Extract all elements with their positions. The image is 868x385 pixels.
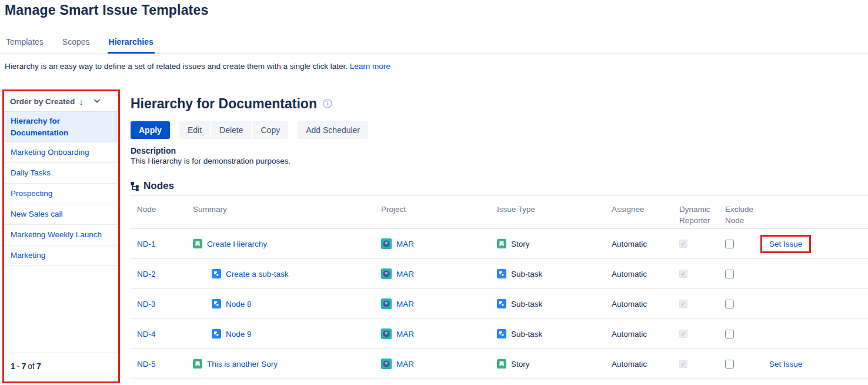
project-link[interactable]: MAR <box>396 300 414 308</box>
copy-button[interactable]: Copy <box>252 121 288 139</box>
sidebar-item-daily-tasks[interactable]: Daily Tasks <box>4 163 118 184</box>
assignee-value: Automatic <box>612 300 647 308</box>
sidebar-item-marketing[interactable]: Marketing <box>4 245 118 266</box>
summary-link[interactable]: Create Hierarchy <box>207 240 267 248</box>
assignee-value: Automatic <box>612 240 647 248</box>
exclude-node-checkbox[interactable] <box>725 240 734 248</box>
tab-hierarchies[interactable]: Hierarchies <box>108 34 155 54</box>
table-row: ND-3 Node 8 MAR Sub-task Automatic ✓ <box>131 289 868 319</box>
dynamic-reporter-checkbox: ✓ <box>679 270 687 278</box>
project-avatar <box>381 328 392 339</box>
column-header-dynamic-reporter: Dynamic Reporter <box>679 204 725 226</box>
edit-button[interactable]: Edit <box>179 121 210 139</box>
table-row: ND-2 Create a sub-task MAR Sub-task Auto… <box>131 259 868 289</box>
project-link[interactable]: MAR <box>396 240 414 248</box>
issue-type-label: Sub-task <box>511 330 542 338</box>
summary-link[interactable]: Node 8 <box>226 300 252 308</box>
subtask-icon <box>212 269 221 278</box>
column-header-summary: Summary <box>193 204 381 215</box>
summary-link[interactable]: Create a sub-task <box>226 270 289 278</box>
order-by-label: Order by Created <box>10 97 75 106</box>
sidebar-item-hierarchy-for-documentation[interactable]: Hierarchy for Documentation <box>4 112 118 142</box>
description-label: Description <box>131 146 868 155</box>
assignee-value: Automatic <box>612 270 647 278</box>
info-icon[interactable] <box>323 99 332 108</box>
story-icon <box>193 239 202 248</box>
summary-link[interactable]: This is another Sory <box>207 360 278 369</box>
dynamic-reporter-checkbox: ✓ <box>679 300 687 308</box>
divider <box>89 97 89 106</box>
dynamic-reporter-checkbox: ✓ <box>679 330 687 338</box>
dynamic-reporter-checkbox: ✓ <box>679 360 687 368</box>
story-icon <box>497 359 506 369</box>
story-icon <box>193 359 202 369</box>
add-scheduler-button[interactable]: Add Scheduler <box>298 121 368 139</box>
sidebar-item-prospecting[interactable]: Prospecting <box>4 184 118 204</box>
pagination-separator: - <box>15 361 22 371</box>
hierarchy-tree-icon <box>131 181 139 191</box>
edit-delete-copy-button-group: Edit Delete Copy <box>179 121 288 139</box>
project-link[interactable]: MAR <box>396 330 414 338</box>
node-key-link[interactable]: ND-4 <box>137 330 156 338</box>
issue-type-label: Sub-task <box>511 300 542 308</box>
hierarchy-list-sidebar-annotation-box: Order by Created ↓ Hierarchy for Documen… <box>2 89 120 383</box>
sidebar-item-new-sales-call[interactable]: New Sales call <box>4 204 118 225</box>
set-issue-link[interactable]: Set Issue <box>769 360 802 369</box>
exclude-node-checkbox[interactable] <box>725 330 734 338</box>
project-avatar <box>381 268 392 279</box>
project-link[interactable]: MAR <box>396 270 414 278</box>
table-row: ND-4 Node 9 MAR Sub-task Automatic ✓ <box>131 319 868 349</box>
project-link[interactable]: MAR <box>396 360 414 369</box>
chevron-down-icon[interactable] <box>94 99 101 104</box>
column-header-assignee: Assignee <box>612 204 679 215</box>
assignee-value: Automatic <box>612 360 647 369</box>
subtask-icon <box>497 299 506 308</box>
sidebar-item-marketing-weekly-launch[interactable]: Marketing Weekly Launch <box>4 225 118 245</box>
assignee-value: Automatic <box>612 330 647 338</box>
tabs: Templates Scopes Hierarchies <box>0 34 868 54</box>
issue-type-label: Sub-task <box>511 270 542 278</box>
summary-link[interactable]: Node 9 <box>226 330 252 338</box>
subtask-icon <box>497 269 506 278</box>
hierarchy-title: Hierarchy for Documentation <box>131 96 317 112</box>
arrow-down-icon[interactable]: ↓ <box>79 97 84 106</box>
project-avatar <box>381 359 392 369</box>
intro-text: Hierarchy is an easy way to define a set… <box>5 62 390 71</box>
issue-type-label: Story <box>511 360 530 369</box>
exclude-node-checkbox[interactable] <box>725 300 734 308</box>
table-header-row: Node Summary Project Issue Type Assignee… <box>131 196 868 229</box>
table-row: ND-1 Create Hierarchy MAR Story Automati… <box>131 229 868 259</box>
tab-templates[interactable]: Templates <box>5 34 45 54</box>
column-header-exclude-node: Exclude Node <box>725 204 769 226</box>
pagination-of-label: of <box>26 361 36 371</box>
set-issue-link[interactable]: Set Issue <box>769 240 802 248</box>
node-key-link[interactable]: ND-3 <box>137 300 156 308</box>
pagination-total: 7 <box>36 361 41 371</box>
sidebar-item-marketing-onboarding[interactable]: Marketing Onboarding <box>4 142 118 163</box>
node-key-link[interactable]: ND-5 <box>137 360 156 369</box>
learn-more-link[interactable]: Learn more <box>350 62 390 71</box>
story-icon <box>497 239 506 248</box>
nodes-heading: Nodes <box>143 180 174 192</box>
column-header-project: Project <box>381 204 497 215</box>
tab-scopes[interactable]: Scopes <box>61 34 91 54</box>
exclude-node-checkbox[interactable] <box>725 270 734 278</box>
manage-smart-issue-templates-page: Manage Smart Issue Templates Templates S… <box>0 0 868 385</box>
subtask-icon <box>212 329 221 338</box>
dynamic-reporter-checkbox: ✓ <box>679 240 687 248</box>
subtask-icon <box>212 299 221 308</box>
description-text: This Hierarchy is for demonstration purp… <box>131 157 868 165</box>
hierarchy-detail-panel: Hierarchy for Documentation Apply Edit D… <box>131 94 868 379</box>
pagination-start: 1 <box>11 361 15 371</box>
apply-button[interactable]: Apply <box>131 121 170 139</box>
project-avatar <box>381 238 392 249</box>
node-key-link[interactable]: ND-1 <box>137 240 156 248</box>
delete-button[interactable]: Delete <box>211 121 251 139</box>
toolbar: Apply Edit Delete Copy Add Scheduler <box>131 121 868 139</box>
node-key-link[interactable]: ND-2 <box>137 270 156 278</box>
order-by-control[interactable]: Order by Created ↓ <box>4 91 118 112</box>
column-header-node: Node <box>137 204 193 215</box>
subtask-icon <box>497 329 506 338</box>
exclude-node-checkbox[interactable] <box>725 360 734 369</box>
tabs-bar: Templates Scopes Hierarchies <box>0 34 868 54</box>
